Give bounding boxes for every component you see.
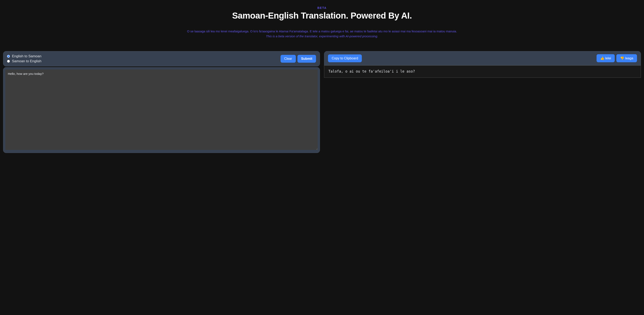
radio-samoan-to-english[interactable]: Samoan to English: [7, 59, 42, 63]
panels-container: English to Samoan Samoan to English Clea…: [3, 51, 641, 153]
feedback-bad-button[interactable]: 👎 leaga: [616, 54, 637, 62]
direction-radio-group: English to Samoan Samoan to English: [7, 54, 42, 63]
translation-output: Talofa, o ai ou te fa'afeiloa'i i le aso…: [324, 65, 641, 78]
feedback-good-button[interactable]: 👍 lelei: [596, 54, 615, 62]
output-left-buttons: Copy to Clipboard: [328, 54, 362, 62]
output-controls-card: Copy to Clipboard 👍 lelei 👎 leaga: [324, 51, 641, 65]
subtitle-samoan: O se laasaga sili lea mo lenei meafaigal…: [3, 29, 641, 34]
beta-badge: BETA: [3, 6, 641, 9]
radio-english-to-samoan-input[interactable]: [7, 55, 10, 58]
input-controls-card: English to Samoan Samoan to English Clea…: [3, 51, 320, 66]
copy-to-clipboard-button[interactable]: Copy to Clipboard: [328, 54, 362, 62]
input-button-group: Clear Submit: [280, 55, 316, 63]
radio-samoan-to-english-label: Samoan to English: [12, 59, 42, 63]
radio-english-to-samoan[interactable]: English to Samoan: [7, 54, 42, 58]
header: BETA Samoan-English Translation. Powered…: [3, 6, 641, 39]
clear-button[interactable]: Clear: [280, 55, 296, 63]
input-panel: English to Samoan Samoan to English Clea…: [3, 51, 320, 153]
source-text-input[interactable]: Hello, how are you today?: [5, 69, 318, 150]
submit-button[interactable]: Submit: [298, 55, 316, 63]
radio-samoan-to-english-input[interactable]: [7, 60, 10, 63]
page-title: Samoan-English Translation. Powered By A…: [3, 11, 641, 21]
feedback-button-group: 👍 lelei 👎 leaga: [596, 54, 637, 62]
input-textarea-wrap: Hello, how are you today?: [3, 67, 320, 153]
radio-english-to-samoan-label: English to Samoan: [12, 54, 42, 58]
subtitle-english: This is a beta version of the translator…: [3, 34, 641, 39]
output-panel: Copy to Clipboard 👍 lelei 👎 leaga Talofa…: [324, 51, 641, 78]
